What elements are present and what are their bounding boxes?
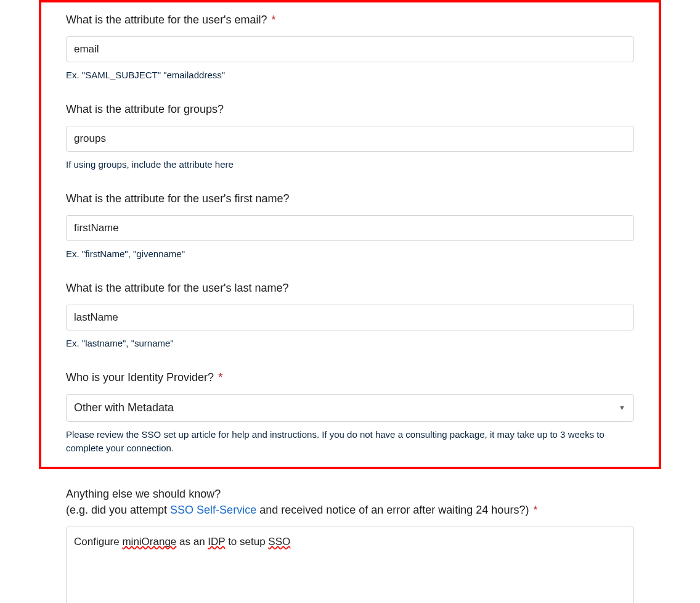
firstname-attribute-helper: Ex. "firstName", "givenname" — [66, 247, 634, 261]
idp-select-wrapper: Other with Metadata ▼ — [66, 394, 634, 422]
required-mark: * — [272, 14, 276, 26]
label-text: What is the attribute for groups? — [66, 103, 224, 115]
groups-attribute-label: What is the attribute for groups? — [66, 102, 634, 117]
lastname-attribute-helper: Ex. "lastname", "surname" — [66, 337, 634, 350]
spellcheck-underline: SSO — [268, 536, 290, 548]
text-fragment: to setup — [225, 536, 268, 548]
label-text: What is the attribute for the user's fir… — [66, 192, 290, 205]
field-group-idp: Who is your Identity Provider? * Other w… — [66, 370, 634, 455]
firstname-attribute-label: What is the attribute for the user's fir… — [66, 191, 634, 207]
idp-helper: Please review the SSO set up article for… — [66, 428, 634, 455]
text-fragment: as an — [176, 536, 208, 548]
spellcheck-underline: IDP — [208, 536, 225, 548]
required-mark: * — [218, 371, 222, 384]
field-group-lastname: What is the attribute for the user's las… — [66, 281, 634, 350]
field-group-groups: What is the attribute for groups? If usi… — [66, 102, 634, 171]
label-text: and received notice of an error after wa… — [256, 504, 529, 516]
required-mark: * — [533, 504, 537, 516]
label-text: What is the attribute for the user's ema… — [66, 14, 267, 26]
text-fragment: Configure — [74, 536, 122, 548]
label-text: (e.g. did you attempt — [66, 504, 170, 516]
notes-section: Anything else we should know? (e.g. did … — [39, 486, 661, 603]
label-text: What is the attribute for the user's las… — [66, 282, 289, 294]
spellcheck-underline: miniOrange — [122, 536, 176, 548]
lastname-attribute-input[interactable] — [66, 305, 634, 330]
highlighted-form-section: What is the attribute for the user's ema… — [39, 0, 661, 469]
sso-self-service-link[interactable]: SSO Self-Service — [170, 504, 256, 516]
email-attribute-label: What is the attribute for the user's ema… — [66, 12, 634, 28]
email-attribute-helper: Ex. "SAML_SUBJECT" "emailaddress" — [66, 68, 634, 82]
groups-attribute-input[interactable] — [66, 126, 634, 152]
firstname-attribute-input[interactable] — [66, 215, 634, 241]
idp-select[interactable]: Other with Metadata — [66, 394, 634, 422]
label-text: Who is your Identity Provider? — [66, 371, 214, 384]
field-group-notes: Anything else we should know? (e.g. did … — [66, 486, 634, 603]
groups-attribute-helper: If using groups, include the attribute h… — [66, 158, 634, 171]
field-group-firstname: What is the attribute for the user's fir… — [66, 191, 634, 261]
idp-label: Who is your Identity Provider? * — [66, 370, 634, 385]
lastname-attribute-label: What is the attribute for the user's las… — [66, 281, 634, 296]
notes-label: Anything else we should know? (e.g. did … — [66, 486, 634, 517]
email-attribute-input[interactable] — [66, 36, 634, 62]
notes-label-line1: Anything else we should know? — [66, 486, 634, 502]
notes-textarea[interactable]: Configure miniOrange as an IDP to setup … — [66, 527, 634, 603]
field-group-email: What is the attribute for the user's ema… — [66, 12, 634, 82]
notes-label-line2: (e.g. did you attempt SSO Self-Service a… — [66, 502, 634, 518]
